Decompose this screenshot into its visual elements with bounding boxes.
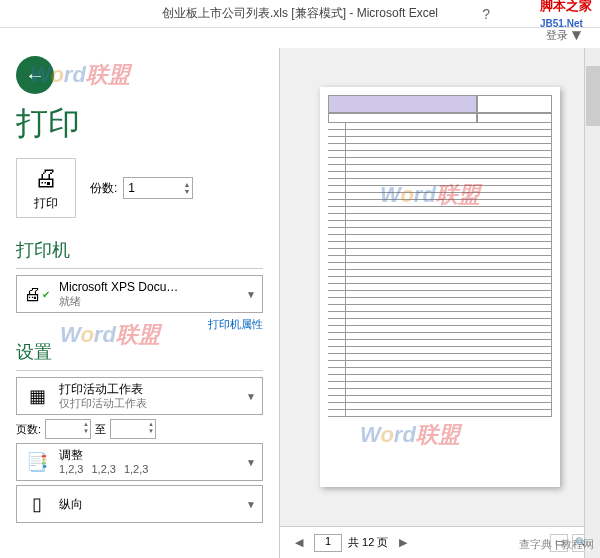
printer-select[interactable]: 🖨✔ Microsoft XPS Docu…就绪 ▼ bbox=[16, 275, 263, 313]
sheets-icon: ▦ bbox=[23, 382, 51, 410]
print-preview: document.write(Array.from({length:42}).m… bbox=[280, 48, 600, 526]
chevron-down-icon: ▼ bbox=[246, 457, 256, 468]
print-button[interactable]: 🖨 打印 bbox=[16, 158, 76, 218]
prev-page-button[interactable]: ◀ bbox=[290, 536, 308, 549]
print-scope-select[interactable]: ▦ 打印活动工作表仅打印活动工作表 ▼ bbox=[16, 377, 263, 415]
printer-heading: 打印机 bbox=[16, 238, 263, 262]
orientation-select[interactable]: ▯ 纵向 ▼ bbox=[16, 485, 263, 523]
chevron-down-icon: ▼ bbox=[246, 499, 256, 510]
help-icon[interactable]: ? bbox=[482, 6, 490, 22]
page-total: 共 12 页 bbox=[348, 535, 388, 550]
printer-properties-link[interactable]: 打印机属性 bbox=[16, 317, 263, 332]
preview-page: document.write(Array.from({length:42}).m… bbox=[320, 87, 560, 487]
window-title: 创业板上市公司列表.xls [兼容模式] - Microsoft Excel bbox=[162, 5, 438, 22]
login-link[interactable]: 登录 bbox=[546, 29, 568, 41]
spinner-arrows-icon[interactable]: ▲▼ bbox=[183, 181, 190, 195]
chevron-down-icon: ▼ bbox=[246, 391, 256, 402]
collate-select[interactable]: 📑 调整 1,2,31,2,31,2,3 ▼ bbox=[16, 443, 263, 481]
pages-label: 页数: bbox=[16, 422, 41, 437]
next-page-button[interactable]: ▶ bbox=[394, 536, 412, 549]
copies-input[interactable]: 1 ▲▼ bbox=[123, 177, 193, 199]
copies-label: 份数: bbox=[90, 180, 117, 197]
page-title: 打印 bbox=[16, 102, 263, 146]
page-number-input[interactable]: 1 bbox=[314, 534, 342, 552]
page-to-input[interactable]: ▲▼ bbox=[110, 419, 156, 439]
printer-icon: 🖨 bbox=[34, 164, 58, 192]
portrait-icon: ▯ bbox=[23, 490, 51, 518]
page-from-input[interactable]: ▲▼ bbox=[45, 419, 91, 439]
collate-icon: 📑 bbox=[23, 448, 51, 476]
settings-heading: 设置 bbox=[16, 340, 263, 364]
footer-brand: 查字典 | 教程网 bbox=[519, 537, 594, 552]
vertical-scrollbar[interactable] bbox=[584, 48, 600, 558]
back-button[interactable]: ← bbox=[16, 56, 54, 94]
chevron-down-icon: ▼ bbox=[246, 289, 256, 300]
pages-to-label: 至 bbox=[95, 422, 106, 437]
printer-device-icon: 🖨✔ bbox=[23, 280, 51, 308]
brand-logo: 脚本之家JB51.Net bbox=[540, 0, 592, 30]
